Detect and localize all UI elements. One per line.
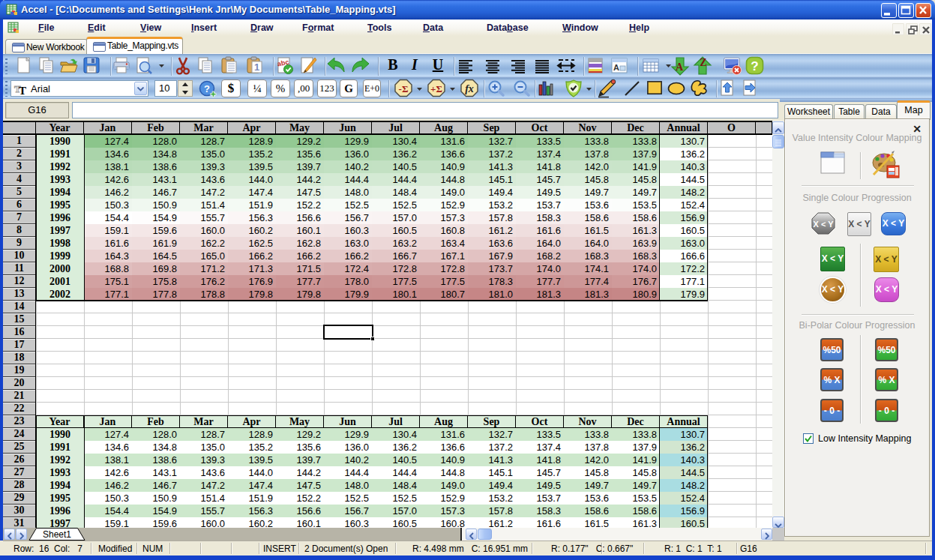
svg-text:-Σ: -Σ (399, 83, 409, 94)
svg-text:T: T (19, 85, 26, 96)
svg-text:A: A (613, 63, 619, 72)
svg-text:X < Y: X < Y (813, 220, 834, 229)
svg-text:+Σ: +Σ (430, 83, 442, 94)
svg-text:A: A (676, 61, 684, 73)
svg-text:?: ? (751, 59, 758, 73)
svg-text:Z: Z (700, 57, 706, 68)
svg-text:?: ? (204, 83, 210, 94)
svg-text:fx: fx (465, 83, 474, 94)
svg-text:Sheet1: Sheet1 (43, 529, 71, 540)
svg-text:1: 1 (254, 61, 259, 73)
